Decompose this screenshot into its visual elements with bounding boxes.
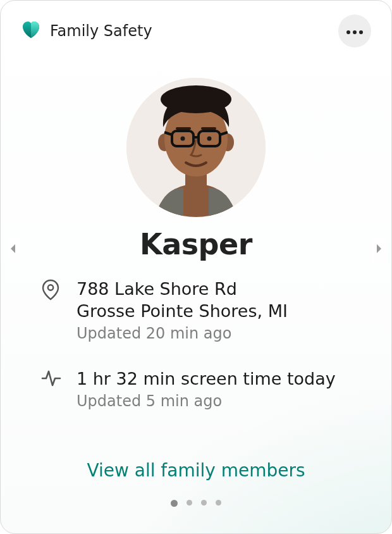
svg-marker-18 (11, 244, 15, 253)
avatar-image (126, 78, 266, 217)
svg-point-17 (207, 137, 212, 141)
pagination-dots (1, 500, 391, 507)
card-header: Family Safety (21, 15, 371, 47)
page-dot[interactable] (171, 500, 178, 507)
location-line2: Grosse Pointe Shores, MI (77, 300, 361, 322)
chevron-left-icon (9, 243, 18, 257)
location-line1: 788 Lake Shore Rd (77, 278, 361, 300)
prev-member-button[interactable] (6, 237, 21, 263)
svg-marker-19 (377, 244, 381, 253)
svg-point-8 (161, 85, 231, 113)
screen-time-summary: 1 hr 32 min screen time today (77, 368, 361, 390)
svg-rect-10 (201, 127, 216, 130)
page-dot[interactable] (216, 500, 221, 506)
location-updated: Updated 20 min ago (77, 325, 361, 342)
location-block[interactable]: 788 Lake Shore Rd Grosse Pointe Shores, … (41, 278, 361, 342)
svg-rect-9 (176, 127, 191, 130)
screen-time-updated: Updated 5 min ago (77, 392, 361, 410)
svg-point-16 (181, 137, 185, 141)
avatar (126, 78, 266, 217)
svg-point-2 (359, 30, 363, 34)
activity-icon (41, 369, 64, 390)
view-all-link[interactable]: View all family members (1, 460, 391, 481)
chevron-right-icon (374, 243, 383, 257)
member-name: Kasper (1, 227, 391, 261)
svg-point-20 (48, 285, 53, 290)
more-button[interactable] (338, 15, 371, 47)
family-safety-card: Family Safety (0, 0, 392, 534)
next-member-button[interactable] (371, 237, 386, 263)
svg-point-1 (353, 30, 357, 34)
svg-point-0 (346, 30, 350, 34)
app-title: Family Safety (50, 22, 152, 40)
page-dot[interactable] (201, 500, 207, 506)
page-dot[interactable] (187, 500, 192, 506)
app-icon (21, 20, 41, 42)
location-pin-icon (41, 279, 64, 303)
screen-time-block[interactable]: 1 hr 32 min screen time today Updated 5 … (41, 368, 361, 410)
ellipsis-icon (346, 25, 364, 37)
